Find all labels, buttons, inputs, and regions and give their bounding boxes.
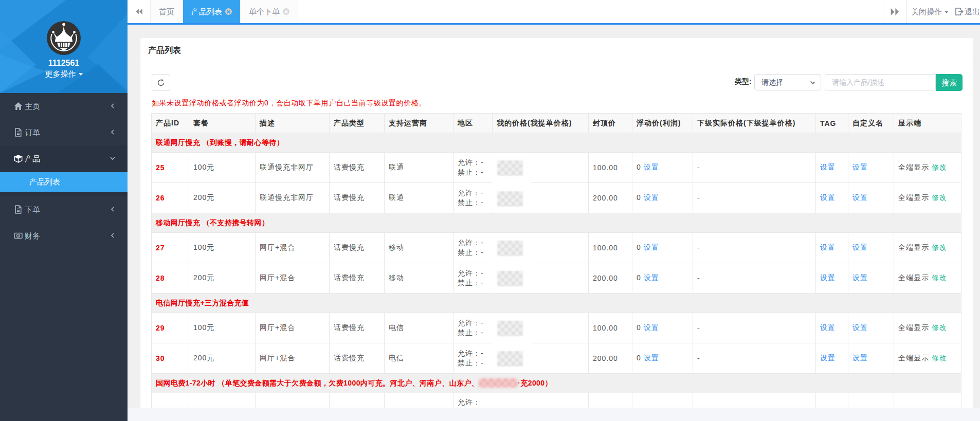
svg-text:1: 1 bbox=[17, 234, 19, 237]
